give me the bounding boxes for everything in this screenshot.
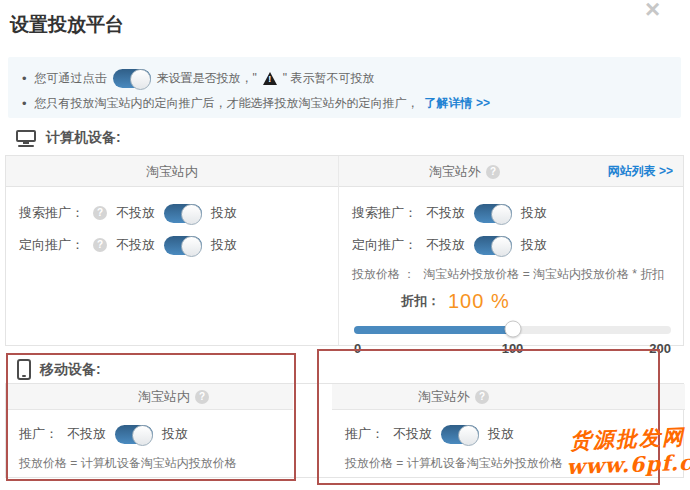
mobile-onsite-price-formula: 投放价格 = 计算机设备淘宝站内投放价格 — [6, 449, 332, 477]
toggle-on-label: 投放 — [211, 204, 237, 222]
slider-max-label: 200 — [649, 341, 671, 356]
page-title: 设置投放平台 — [10, 12, 124, 38]
toggle-on-label: 投放 — [211, 236, 237, 254]
mobile-offsite-header: 淘宝站外 ? — [332, 384, 685, 410]
monitor-icon — [15, 130, 37, 147]
toggle-on-label: 投放 — [162, 425, 188, 443]
notice-text: 您只有投放淘宝站内的定向推广后，才能选择投放淘宝站外的定向推广， — [35, 95, 419, 112]
toggle-on-label: 投放 — [488, 425, 514, 443]
offsite-targeted-promo-toggle[interactable] — [474, 236, 512, 255]
slider-scale: 0 100 200 — [354, 341, 671, 356]
discount-value: 100 % — [448, 290, 510, 313]
notice-text: " 表示暂不可投放 — [283, 70, 375, 87]
computer-offsite-column: 搜索推广： 不投放 投放 定向推广： 不投放 投放 投放价格 ： 淘宝站外投放价… — [339, 188, 685, 356]
bullet-icon: • — [22, 71, 27, 86]
mobile-onsite-header: 淘宝站内 ? — [6, 384, 293, 410]
site-list-link[interactable]: 网站列表 >> — [608, 163, 673, 180]
toggle-off-label: 不投放 — [426, 236, 465, 254]
slider-knob[interactable] — [504, 321, 521, 338]
search-promo-row: 搜索推广： 不投放 投放 — [339, 197, 685, 229]
computer-section-title: 计算机设备: — [46, 129, 121, 147]
notice-text: 您可通过点击 — [35, 70, 107, 87]
discount-row: 折扣： 100 % — [339, 287, 685, 315]
computer-section-header: 计算机设备: — [15, 129, 121, 147]
toggle-off-label: 不投放 — [67, 425, 106, 443]
onsite-search-promo-toggle[interactable] — [164, 204, 202, 223]
row-label: 推广： — [345, 425, 384, 443]
watermark-line-2: www.6pf.cn — [566, 450, 690, 481]
mobile-offsite-promo-toggle[interactable] — [441, 425, 479, 444]
promo-row: 推广： 不投放 投放 — [6, 419, 332, 449]
mobile-section-title: 移动设备: — [40, 361, 101, 379]
slider-fill — [354, 326, 513, 334]
help-icon[interactable]: ? — [93, 206, 107, 220]
computer-onsite-column: 搜索推广： ? 不投放 投放 定向推广： ? 不投放 投放 — [6, 188, 338, 261]
toggle-on-label: 投放 — [521, 204, 547, 222]
search-promo-row: 搜索推广： ? 不投放 投放 — [6, 197, 338, 229]
notice-panel: • 您可通过点击 来设置是否投放，" ! " 表示暂不可投放 • 您只有投放淘宝… — [8, 57, 681, 118]
toggle-on-label: 投放 — [521, 236, 547, 254]
toggle-off-label: 不投放 — [116, 204, 155, 222]
close-icon[interactable]: × — [645, 0, 660, 25]
row-label: 定向推广： — [19, 236, 84, 254]
computer-settings-table: 淘宝站内 淘宝站外 ? 网站列表 >> 搜索推广： ? 不投放 投放 定向推广：… — [5, 155, 684, 346]
price-formula: 淘宝站外投放价格 = 淘宝站内投放价格 * 折扣 — [423, 266, 664, 283]
help-icon[interactable]: ? — [93, 238, 107, 252]
row-label: 搜索推广： — [352, 204, 417, 222]
onsite-targeted-promo-toggle[interactable] — [164, 236, 202, 255]
help-icon[interactable]: ? — [195, 390, 209, 404]
notice-line-2: • 您只有投放淘宝站内的定向推广后，才能选择投放淘宝站外的定向推广， 了解详情 … — [22, 94, 490, 112]
bullet-icon: • — [22, 96, 27, 111]
example-toggle[interactable] — [113, 69, 151, 88]
mobile-onsite-promo-toggle[interactable] — [115, 425, 153, 444]
discount-slider[interactable] — [354, 321, 671, 338]
watermark: 货源批发网 www.6pf.cn — [565, 424, 690, 481]
discount-label: 折扣： — [401, 292, 440, 310]
price-formula-row: 投放价格 ： 淘宝站外投放价格 = 淘宝站内投放价格 * 折扣 — [339, 261, 685, 287]
mobile-section-header: 移动设备: — [17, 359, 101, 380]
help-icon[interactable]: ? — [486, 165, 500, 179]
targeted-promo-row: 定向推广： 不投放 投放 — [339, 229, 685, 261]
offsite-search-promo-toggle[interactable] — [474, 204, 512, 223]
mobile-onsite-column: 推广： 不投放 投放 投放价格 = 计算机设备淘宝站内投放价格 — [6, 411, 332, 477]
notice-text: 来设置是否投放，" — [157, 70, 257, 87]
warning-icon: ! — [263, 72, 277, 85]
targeted-promo-row: 定向推广： ? 不投放 投放 — [6, 229, 338, 261]
row-label: 定向推广： — [352, 236, 417, 254]
computer-onsite-header: 淘宝站内 — [6, 156, 338, 187]
phone-icon — [17, 359, 31, 380]
toggle-off-label: 不投放 — [426, 204, 465, 222]
row-label: 搜索推广： — [19, 204, 84, 222]
row-label: 推广： — [19, 425, 58, 443]
slider-mid-label: 100 — [502, 341, 524, 356]
toggle-off-label: 不投放 — [116, 236, 155, 254]
notice-line-1: • 您可通过点击 来设置是否投放，" ! " 表示暂不可投放 — [22, 68, 374, 88]
price-label: 投放价格 ： — [352, 266, 415, 283]
toggle-off-label: 不投放 — [393, 425, 432, 443]
slider-min-label: 0 — [354, 341, 361, 356]
learn-more-link[interactable]: 了解详情 >> — [425, 95, 490, 112]
help-icon[interactable]: ? — [475, 390, 489, 404]
